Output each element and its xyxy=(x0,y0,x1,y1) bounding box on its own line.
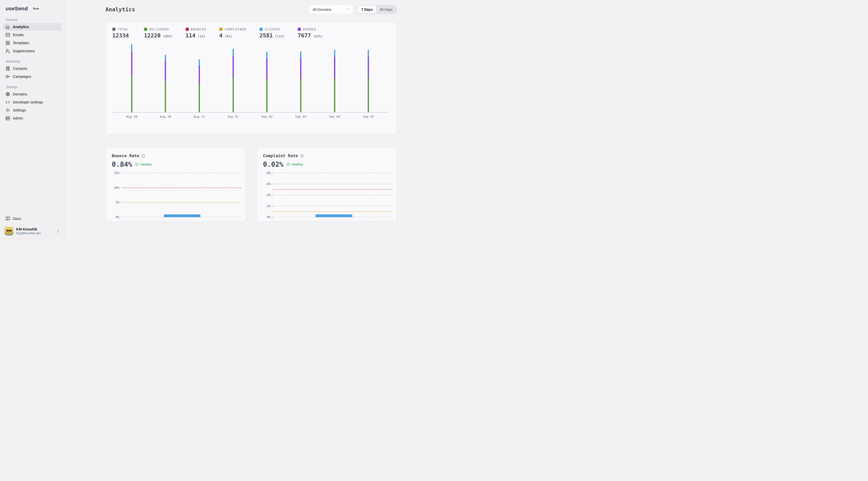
sidebar-item-developer-settings[interactable]: Developer settings xyxy=(3,98,62,106)
info-icon[interactable] xyxy=(142,154,145,158)
health-label: Healthy xyxy=(140,162,152,166)
health-badge: Healthy xyxy=(135,162,152,166)
page-header: Analytics All Domains 7 Days30 Days xyxy=(105,4,397,14)
stat-label: COMPLAINED xyxy=(224,27,246,31)
dotted-gridline xyxy=(273,189,393,190)
book-open-icon xyxy=(5,216,10,221)
stat-bounced: BOUNCED114(1%) xyxy=(186,27,206,39)
bar-segment-delivered xyxy=(199,84,200,112)
sidebar-item-label: Analytics xyxy=(13,25,29,29)
bar-segment-opened xyxy=(334,57,335,78)
x-axis-label: Aug 29 xyxy=(126,115,137,119)
tick-dash xyxy=(272,195,273,195)
gridline-5-: 5% xyxy=(111,200,241,204)
sidebar-item-campaigns[interactable]: Campaigns xyxy=(3,73,62,80)
bar-sep-02[interactable] xyxy=(266,52,268,112)
bar-segment-clicked xyxy=(334,50,335,57)
sidebar-item-label: Suppressions xyxy=(13,49,35,53)
range-option-30-days[interactable]: 30 Days xyxy=(376,6,396,13)
x-axis-line xyxy=(112,112,389,113)
section-label: Settings xyxy=(0,85,65,90)
sidebar-item-label: Settings xyxy=(13,108,26,112)
complaint-rate-value: 0.02% xyxy=(263,160,283,168)
bounce-rate-value: 0.84% xyxy=(112,160,132,168)
gridline--4-: .4% xyxy=(262,193,393,197)
gridline xyxy=(262,212,393,212)
legend-dot xyxy=(144,28,147,31)
bar-segment-opened xyxy=(266,59,268,79)
sidebar-item-admin[interactable]: Admin xyxy=(3,115,62,122)
rate-cards-row: Bounce Rate 0.84% Healthy 15%10%5%0% Co xyxy=(105,147,397,222)
sidebar-item-suppressions[interactable]: Suppressions xyxy=(3,47,62,55)
range-option-7-days[interactable]: 7 Days xyxy=(358,6,376,13)
bar-sep-05[interactable] xyxy=(368,50,369,112)
sidebar-item-settings[interactable]: Settings xyxy=(3,106,62,114)
section-label: Marketing xyxy=(0,60,65,64)
sidebar-item-docs[interactable]: Docs xyxy=(3,215,62,222)
sidebar-item-label: Docs xyxy=(13,217,21,221)
info-icon[interactable] xyxy=(300,154,304,158)
sidebar-item-emails[interactable]: Emails xyxy=(3,31,62,39)
stat-label: CLICKED xyxy=(265,27,280,31)
complaint-rate-title: Complaint Rate xyxy=(263,153,298,158)
sidebar-item-analytics[interactable]: Analytics xyxy=(3,23,62,31)
y-tick-label: .2% xyxy=(262,204,271,208)
dotted-gridline xyxy=(121,220,241,221)
stat-opened: OPENED7677(62%) xyxy=(298,27,323,39)
user-name: KM Koushik xyxy=(16,227,53,231)
bounce-rate-chart: 15%10%5%0% xyxy=(111,173,241,217)
user-menu[interactable]: 😎 KM Koushik hey@koushik.dev xyxy=(0,223,65,241)
x-axis-label: Sep 03 xyxy=(295,115,306,119)
gridline-15-: 15% xyxy=(111,171,241,175)
legend-dot xyxy=(112,28,116,31)
bar-segment-delivered xyxy=(131,75,132,112)
email-volume-chart: Aug 29Aug 30Aug 31Sep 01Sep 02Sep 03Sep … xyxy=(115,44,385,112)
bar-sep-04[interactable] xyxy=(334,50,335,112)
dotted-gridline xyxy=(121,202,241,202)
stat-value: 7677 xyxy=(298,32,311,39)
dotted-gridline xyxy=(275,206,393,206)
date-range-toggle: 7 Days30 Days xyxy=(357,5,397,14)
sidebar-item-label: Contacts xyxy=(13,67,27,70)
y-tick-label: 5% xyxy=(111,200,119,204)
gridline--2-: .2% xyxy=(262,204,393,208)
bar-aug-31[interactable] xyxy=(199,59,200,112)
stat-complained: COMPLAINED4(0%) xyxy=(219,27,246,39)
mail-icon xyxy=(5,33,10,37)
stat-value: 2581 xyxy=(259,32,273,39)
bar-segment-clicked xyxy=(165,55,166,61)
ellipsis-vertical-icon[interactable] xyxy=(56,229,61,233)
app-name: useSend xyxy=(5,5,28,11)
bar-segment-clicked xyxy=(131,44,132,52)
dotted-gridline xyxy=(275,173,393,173)
bar-sep-03[interactable] xyxy=(300,51,301,112)
bar-segment-delivered xyxy=(334,78,335,112)
sidebar-item-contacts[interactable]: Contacts xyxy=(3,65,62,72)
sidebar-item-domains[interactable]: Domains xyxy=(3,90,62,98)
bar-aug-30[interactable] xyxy=(165,55,166,112)
main-area: Analytics All Domains 7 Days30 Days TOTA… xyxy=(65,0,434,241)
sidebar-item-label: Campaigns xyxy=(13,74,31,78)
bar-segment-opened xyxy=(368,57,369,78)
x-axis-label: Aug 30 xyxy=(160,115,171,119)
bar-segment-clicked xyxy=(300,51,301,58)
dotted-gridline xyxy=(121,188,241,188)
sidebar-item-label: Domains xyxy=(13,92,27,96)
bar-sep-01[interactable] xyxy=(232,49,234,112)
section-label: General xyxy=(0,18,65,23)
user-meta: KM Koushik hey@koushik.dev xyxy=(16,227,53,235)
bar-aug-29[interactable] xyxy=(131,44,132,112)
analytics-chart-card: TOTAL12334DELIVERED12220(99%)BOUNCED114(… xyxy=(105,22,397,134)
y-tick-label: 0% xyxy=(111,215,119,219)
stat-label: BOUNCED xyxy=(191,27,206,31)
sidebar-item-templates[interactable]: Templates xyxy=(3,39,62,47)
tick-dash xyxy=(272,217,273,217)
bar-segment-clicked xyxy=(199,59,200,65)
sidebar-item-label: Admin xyxy=(13,116,23,120)
bar-segment-delivered xyxy=(266,79,268,112)
bar-segment-opened xyxy=(165,61,166,81)
layout-template-icon xyxy=(5,41,10,45)
legend-dot xyxy=(219,28,222,31)
code-icon xyxy=(5,100,10,104)
domain-filter-select[interactable]: All Domains xyxy=(309,5,353,14)
